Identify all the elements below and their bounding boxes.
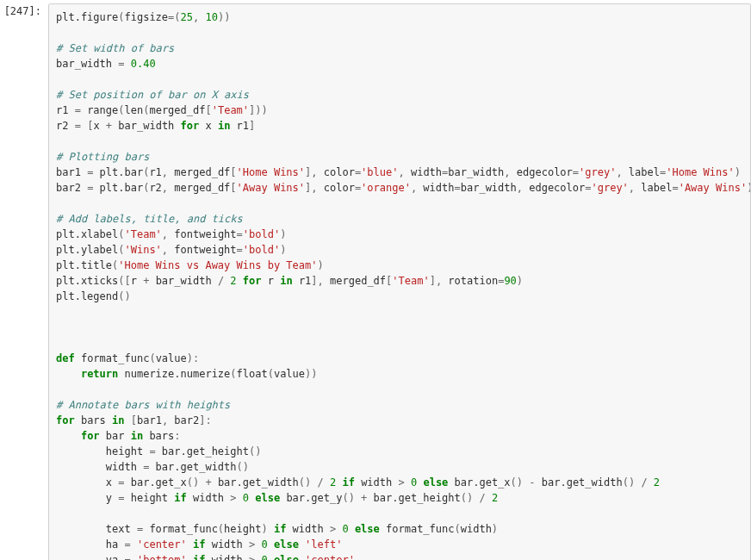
code-cell: [247]: plt.figure(figsize=(25, 10)) # Se… <box>0 0 751 560</box>
code-content[interactable]: plt.figure(figsize=(25, 10)) # Set width… <box>56 9 743 560</box>
code-input-area[interactable]: plt.figure(figsize=(25, 10)) # Set width… <box>48 3 751 560</box>
notebook: [247]: plt.figure(figsize=(25, 10)) # Se… <box>0 0 751 560</box>
cell-prompt: [247]: <box>3 3 48 19</box>
